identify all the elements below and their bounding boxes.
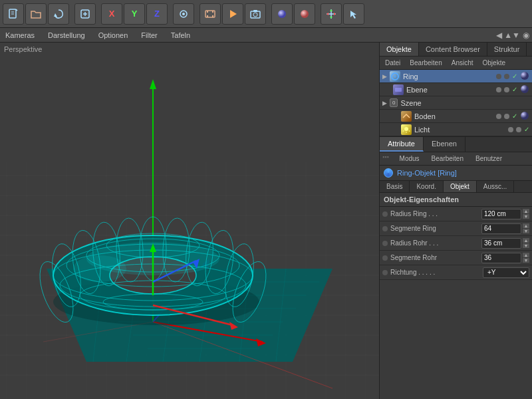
radius-rohr-dot[interactable] bbox=[382, 241, 388, 246]
richtung-row: Richtung . . . . . +Y +X +Z -Y bbox=[380, 265, 532, 280]
aussc-nav-tab[interactable]: Aussc... bbox=[477, 181, 515, 192]
select-button[interactable] bbox=[343, 3, 364, 25]
open-button[interactable] bbox=[25, 3, 47, 25]
svg-line-118 bbox=[409, 130, 410, 132]
modus-item[interactable]: Modus bbox=[396, 154, 424, 164]
boden-dot2[interactable] bbox=[504, 114, 509, 119]
attr-object-name: Ring-Objekt [Ring] bbox=[397, 169, 457, 177]
ebene-dot2[interactable] bbox=[504, 87, 509, 92]
ebene-dot1[interactable] bbox=[496, 87, 501, 92]
x-axis-button[interactable]: X bbox=[101, 3, 122, 25]
snap-button[interactable] bbox=[173, 3, 194, 25]
segmente-rohr-down[interactable]: ▼ bbox=[523, 258, 529, 263]
radius-ring-input[interactable] bbox=[481, 209, 521, 219]
view-arrows[interactable]: ◀ ▲▼ bbox=[496, 31, 520, 40]
radius-ring-down[interactable]: ▼ bbox=[523, 214, 529, 219]
segmente-ring-dot[interactable] bbox=[382, 226, 388, 231]
radius-ring-up[interactable]: ▲ bbox=[523, 209, 529, 213]
svg-rect-12 bbox=[212, 11, 213, 13]
attribut-tab[interactable]: Attribute bbox=[380, 137, 424, 152]
film-button[interactable] bbox=[200, 3, 221, 25]
ebene-visible[interactable]: ✓ bbox=[512, 86, 517, 93]
segmente-rohr-up[interactable]: ▲ bbox=[523, 253, 529, 257]
licht-row[interactable]: Licht ✓ bbox=[380, 123, 532, 136]
objekte-submenu[interactable]: Objekte bbox=[479, 58, 509, 68]
ring-dot1[interactable] bbox=[496, 74, 501, 79]
licht-dot2[interactable] bbox=[516, 127, 521, 132]
segmente-rohr-input[interactable] bbox=[481, 253, 521, 263]
new-button[interactable] bbox=[3, 3, 24, 25]
richtung-dot[interactable] bbox=[382, 270, 388, 275]
viewport[interactable]: Perspektive bbox=[0, 43, 379, 399]
ring-dot2[interactable] bbox=[504, 74, 509, 79]
svg-marker-23 bbox=[330, 17, 332, 19]
svg-rect-13 bbox=[212, 15, 213, 17]
licht-icon bbox=[401, 124, 412, 135]
datei-menu[interactable]: Datei bbox=[381, 58, 404, 68]
z-axis-button[interactable]: Z bbox=[146, 3, 168, 25]
licht-dot1[interactable] bbox=[508, 127, 513, 132]
segmente-ring-input[interactable] bbox=[481, 223, 521, 234]
attr-submenu: ▪▪▪ Modus Bearbeiten Benutzer bbox=[380, 152, 532, 166]
attr-object-label: Ring-Objekt [Ring] bbox=[380, 166, 532, 181]
material-sphere-button[interactable] bbox=[271, 3, 293, 25]
y-axis-button[interactable]: Y bbox=[124, 3, 145, 25]
basis-nav-tab[interactable]: Basis bbox=[380, 181, 410, 192]
ansicht-menu[interactable]: Ansicht bbox=[448, 58, 477, 68]
ebene-row[interactable]: Ebene ✓ bbox=[380, 83, 532, 96]
objekt-nav-tab[interactable]: Objekt bbox=[444, 181, 477, 192]
filter-menu[interactable]: Filter bbox=[138, 30, 160, 41]
struktur-tab[interactable]: Struktur bbox=[487, 43, 527, 56]
segmente-ring-label: Segmente Ring bbox=[390, 225, 479, 232]
szene-row[interactable]: ▶ 0 Szene bbox=[380, 96, 532, 110]
camera-button[interactable] bbox=[245, 3, 266, 25]
boden-row[interactable]: Boden ✓ bbox=[380, 110, 532, 123]
segmente-ring-up[interactable]: ▲ bbox=[523, 223, 529, 228]
ring-row[interactable]: ▶ Ring ✓ bbox=[380, 70, 532, 83]
tafeln-menu[interactable]: Tafeln bbox=[168, 30, 193, 41]
optionen-menu[interactable]: Optionen bbox=[96, 30, 131, 41]
radius-rohr-row: Radius Rohr . . . ▲ ▼ bbox=[380, 236, 532, 251]
render-button[interactable] bbox=[222, 3, 243, 25]
ring-visible[interactable]: ✓ bbox=[512, 72, 517, 80]
content-browser-tab[interactable]: Content Browser bbox=[419, 43, 487, 56]
licht-visible[interactable]: ✓ bbox=[524, 126, 529, 133]
kameras-menu[interactable]: Kameras bbox=[3, 30, 37, 41]
koord-nav-tab[interactable]: Koord. bbox=[410, 181, 443, 192]
benutzer-item[interactable]: Benutzer bbox=[471, 154, 506, 164]
radius-rohr-up[interactable]: ▲ bbox=[523, 238, 529, 243]
view-circle[interactable]: ◉ bbox=[523, 31, 529, 40]
radius-ring-value: ▲ ▼ bbox=[481, 209, 529, 219]
material2-button[interactable] bbox=[294, 3, 315, 25]
svg-point-16 bbox=[253, 13, 257, 17]
darstellung-menu[interactable]: Darstellung bbox=[45, 30, 88, 41]
richtung-select[interactable]: +Y +X +Z -Y bbox=[483, 267, 529, 278]
bearbeiten-item[interactable]: Bearbeiten bbox=[428, 154, 467, 164]
boden-visible[interactable]: ✓ bbox=[512, 112, 517, 120]
object-list: ▶ Ring ✓ Ebene bbox=[380, 70, 532, 137]
bearbeiten-menu[interactable]: Bearbeiten bbox=[406, 58, 446, 68]
add-button[interactable] bbox=[74, 3, 96, 25]
radius-rohr-down[interactable]: ▼ bbox=[523, 243, 529, 248]
attr-section: Attribute Ebenen ▪▪▪ Modus Bearbeiten Be… bbox=[380, 137, 532, 399]
radius-rohr-input[interactable] bbox=[481, 238, 521, 249]
boden-dot1[interactable] bbox=[496, 114, 501, 119]
ebenen-attr-tab[interactable]: Ebenen bbox=[424, 137, 466, 152]
segmente-ring-down[interactable]: ▼ bbox=[523, 229, 529, 233]
svg-line-117 bbox=[403, 130, 404, 132]
svg-point-102 bbox=[73, 255, 126, 282]
ring-triangle-icon: ▶ bbox=[382, 73, 387, 80]
radius-ring-dot[interactable] bbox=[382, 211, 388, 217]
szene-triangle-icon: ▶ bbox=[382, 100, 387, 106]
refresh-button[interactable] bbox=[48, 3, 69, 25]
svg-point-111 bbox=[521, 72, 529, 80]
boden-icon bbox=[401, 111, 412, 122]
objekte-tab[interactable]: Objekte bbox=[380, 43, 419, 56]
ebene-material-icon bbox=[520, 84, 529, 95]
segmente-rohr-dot[interactable] bbox=[382, 255, 388, 261]
radius-rohr-spinner: ▲ ▼ bbox=[523, 238, 529, 248]
segmente-ring-row: Segmente Ring ▲ ▼ bbox=[380, 221, 532, 236]
move-button[interactable] bbox=[321, 3, 342, 25]
radius-rohr-label: Radius Rohr . . . bbox=[390, 239, 479, 247]
svg-marker-14 bbox=[230, 10, 237, 18]
